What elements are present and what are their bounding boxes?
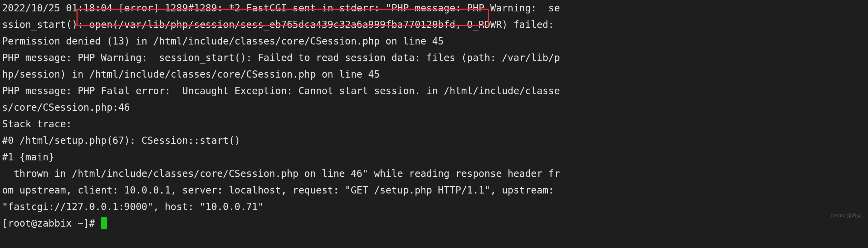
log-line: om upstream, client: 10.0.0.1, server: l… <box>2 185 560 196</box>
terminal-output[interactable]: 2022/10/25 01:18:04 [error] 1289#1289: *… <box>0 0 868 248</box>
log-line: ssion_start(): open(/var/lib/php/session… <box>2 19 560 30</box>
log-line: #1 {main} <box>2 151 54 163</box>
log-line: Stack trace: <box>2 118 72 130</box>
log-line: #0 /html/setup.php(67): CSession::start(… <box>2 135 240 146</box>
log-line: PHP message: PHP Fatal error: Uncaught E… <box>2 85 560 97</box>
log-line: Permission denied (13) in /html/include/… <box>2 36 444 47</box>
log-line: hp/session) in /html/include/classes/cor… <box>2 69 380 80</box>
watermark-text: CSDN @四火.. <box>830 207 865 224</box>
log-line: PHP message: PHP Warning: session_start(… <box>2 52 560 63</box>
log-line: "fastcgi://127.0.0.1:9000", host: "10.0.… <box>2 201 264 212</box>
log-line: 2022/10/25 01:18:04 [error] 1289#1289: *… <box>2 2 560 14</box>
prompt-path: ~ <box>78 218 83 229</box>
prompt-user-host: [root@zabbix <box>2 218 78 229</box>
log-line: s/core/CSession.php:46 <box>2 102 130 113</box>
log-line: thrown in /html/include/classes/core/CSe… <box>2 168 560 179</box>
prompt-tail: ]# <box>83 218 101 229</box>
terminal-cursor <box>101 217 107 229</box>
